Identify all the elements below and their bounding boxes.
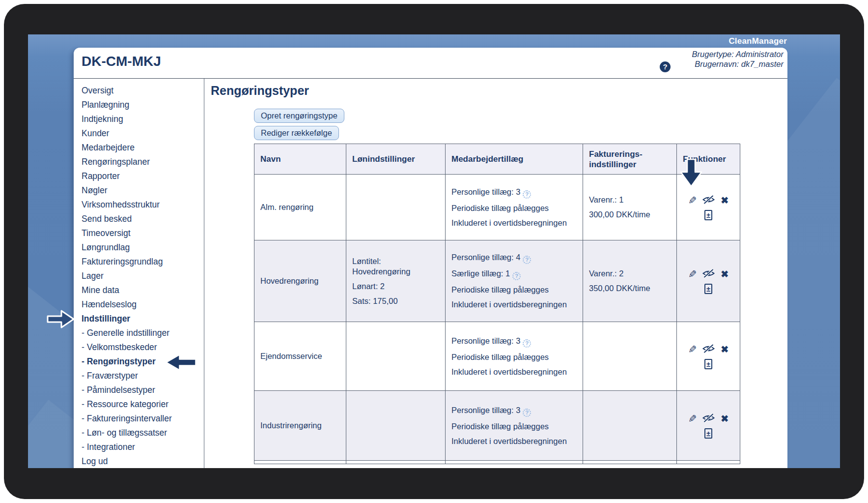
create-cleaning-type-button[interactable]: Opret rengøringstype bbox=[254, 109, 344, 123]
sidebar-item-indstillinger[interactable]: Indstillinger bbox=[82, 312, 204, 326]
invoicing-cell: Varenr.: 1 300,00 DKK/time bbox=[583, 175, 677, 240]
adjust-rates-icon[interactable]: ± bbox=[704, 284, 712, 294]
sidebar-item-faktureringsintervaller[interactable]: - Faktureringsintervaller bbox=[82, 412, 204, 426]
table-row bbox=[254, 461, 740, 464]
sidebar-item-integrationer[interactable]: - Integrationer bbox=[82, 440, 204, 454]
eye-slash-icon[interactable] bbox=[702, 268, 715, 280]
name-cell: Industrirengøring bbox=[254, 391, 346, 461]
column-header-lonindstillinger: Lønindstillinger bbox=[346, 144, 446, 175]
sidebar-item-rapporter[interactable]: Rapporter bbox=[82, 169, 204, 183]
annotation-arrow-down-icon bbox=[680, 158, 702, 188]
column-header-medarbejdertillaeg: Medarbejdertillæg bbox=[446, 144, 583, 175]
column-header-navn: Navn bbox=[254, 144, 346, 175]
sidebar-item-generelle-indstillinger[interactable]: - Generelle indstillinger bbox=[82, 326, 204, 340]
sidebar-item-longrundlag[interactable]: Løngrundlag bbox=[82, 240, 204, 255]
cleaning-types-table: Navn Lønindstillinger Medarbejdertillæg … bbox=[254, 144, 740, 464]
help-icon[interactable]: ? bbox=[512, 272, 521, 280]
column-header-faktureringsindstillinger: Fakturerings- indstillinger bbox=[583, 144, 677, 175]
delete-icon[interactable]: ✖ bbox=[721, 196, 728, 206]
sidebar-item-medarbejdere[interactable]: Medarbejdere bbox=[82, 141, 204, 155]
eye-slash-icon[interactable] bbox=[702, 413, 715, 425]
eye-slash-icon[interactable] bbox=[702, 344, 715, 355]
table-row: Industrirengøring Personlige tillæg: 3? … bbox=[254, 391, 740, 461]
name-cell: Alm. rengøring bbox=[254, 175, 346, 240]
sidebar-item-lon-og-tillaegssatser[interactable]: - Løn- og tillægssatser bbox=[82, 426, 204, 440]
edit-icon[interactable]: ✎ bbox=[688, 269, 697, 279]
adjust-rates-icon[interactable]: ± bbox=[704, 210, 712, 220]
help-icon[interactable]: ? bbox=[523, 190, 531, 199]
user-type-label: Brugertype: Administrator bbox=[692, 49, 784, 59]
sidebar-item-send-besked[interactable]: Send besked bbox=[82, 212, 204, 226]
table-row: Hovedrengøring Løntitel: Hovedrengøring … bbox=[254, 240, 740, 322]
help-icon[interactable]: ? bbox=[523, 409, 531, 417]
user-name-label: Brugernavn: dk7_master bbox=[692, 59, 784, 69]
functions-cell: ✎ ✖ ± bbox=[677, 240, 740, 322]
sidebar-item-haendelseslog[interactable]: Hændelseslog bbox=[82, 297, 204, 312]
help-icon[interactable]: ? bbox=[523, 339, 531, 348]
sidebar-item-indtjekning[interactable]: Indtjekning bbox=[82, 112, 204, 126]
adjust-rates-icon[interactable]: ± bbox=[704, 359, 712, 369]
sidebar-item-lager[interactable]: Lager bbox=[82, 269, 204, 283]
sidebar-item-log-ud[interactable]: Log ud bbox=[82, 454, 204, 468]
sidebar-item-timeoversigt[interactable]: Timeoversigt bbox=[82, 226, 204, 240]
delete-icon[interactable]: ✖ bbox=[721, 345, 728, 355]
sidebar-item-faktureringsgrundlag[interactable]: Faktureringsgrundlag bbox=[82, 255, 204, 269]
sidebar-item-rengoringsplaner[interactable]: Rengøringsplaner bbox=[82, 155, 204, 169]
company-title: DK-CM-MKJ bbox=[82, 54, 161, 69]
supplements-cell: Personlige tillæg: 3? Periodiske tillæg … bbox=[446, 175, 583, 240]
app-panel: DK-CM-MKJ ? Brugertype: Administrator Br… bbox=[74, 48, 787, 468]
edit-icon[interactable]: ✎ bbox=[688, 414, 697, 424]
sidebar-item-oversigt[interactable]: Oversigt bbox=[82, 84, 204, 98]
salary-cell: Løntitel: Hovedrengøring Lønart: 2 Sats:… bbox=[346, 240, 446, 322]
salary-cell bbox=[346, 322, 446, 391]
panel-header: DK-CM-MKJ ? Brugertype: Administrator Br… bbox=[74, 48, 787, 79]
table-row: Ejendomsservice Personlige tillæg: 3? Pe… bbox=[254, 322, 740, 391]
edit-icon[interactable]: ✎ bbox=[688, 196, 697, 206]
user-info: Brugertype: Administrator Brugernavn: dk… bbox=[692, 49, 784, 69]
edit-icon[interactable]: ✎ bbox=[688, 345, 697, 355]
functions-cell: ✎ ✖ ± bbox=[677, 322, 740, 391]
brand-label: CleanManager bbox=[728, 36, 787, 46]
help-icon[interactable]: ? bbox=[660, 61, 671, 72]
help-icon[interactable]: ? bbox=[523, 256, 531, 264]
supplements-cell: Personlige tillæg: 3? Periodiske tillæg … bbox=[446, 391, 583, 461]
sidebar-item-velkomstbeskeder[interactable]: - Velkomstbeskeder bbox=[82, 340, 204, 355]
annotation-arrow-left-icon bbox=[166, 354, 197, 371]
salary-cell bbox=[346, 391, 446, 461]
adjust-rates-icon[interactable]: ± bbox=[704, 428, 712, 439]
invoicing-cell: Varenr.: 2 350,00 DKK/time bbox=[583, 240, 677, 322]
sidebar-item-pamindelsestyper[interactable]: - Påmindelsestyper bbox=[82, 383, 204, 397]
name-cell: Hovedrengøring bbox=[254, 240, 346, 322]
sidebar-item-kunder[interactable]: Kunder bbox=[82, 126, 204, 141]
annotation-arrow-right-icon bbox=[46, 308, 76, 330]
sidebar-item-nogler[interactable]: Nøgler bbox=[82, 183, 204, 198]
main-content: Rengøringstyper Opret rengøringstype Red… bbox=[204, 79, 787, 468]
eye-slash-icon[interactable] bbox=[702, 195, 715, 207]
table-row: Alm. rengøring Personlige tillæg: 3? Per… bbox=[254, 175, 740, 240]
salary-cell bbox=[346, 175, 446, 240]
delete-icon[interactable]: ✖ bbox=[721, 269, 728, 279]
table-header-row: Navn Lønindstillinger Medarbejdertillæg … bbox=[254, 144, 740, 175]
sidebar-item-planlaegning[interactable]: Planlægning bbox=[82, 98, 204, 112]
delete-icon[interactable]: ✖ bbox=[721, 414, 728, 424]
sidebar-item-virksomhedsstruktur[interactable]: Virksomhedsstruktur bbox=[82, 198, 204, 212]
sidebar-item-mine-data[interactable]: Mine data bbox=[82, 283, 204, 297]
supplements-cell: Personlige tillæg: 4? Særlige tillæg: 1?… bbox=[446, 240, 583, 322]
app-background: CleanManager DK-CM-MKJ ? Brugertype: Adm… bbox=[28, 34, 840, 468]
invoicing-cell bbox=[583, 322, 677, 391]
sidebar-item-ressource-kategorier[interactable]: - Ressource kategorier bbox=[82, 397, 204, 412]
sidebar-nav: Oversigt Planlægning Indtjekning Kunder … bbox=[74, 79, 204, 468]
functions-cell: ✎ ✖ ± bbox=[677, 391, 740, 461]
page-title: Rengøringstyper bbox=[211, 84, 787, 98]
name-cell: Ejendomsservice bbox=[254, 322, 346, 391]
invoicing-cell bbox=[583, 391, 677, 461]
supplements-cell: Personlige tillæg: 3? Periodiske tillæg … bbox=[446, 322, 583, 391]
edit-order-button[interactable]: Rediger rækkefølge bbox=[254, 126, 339, 140]
